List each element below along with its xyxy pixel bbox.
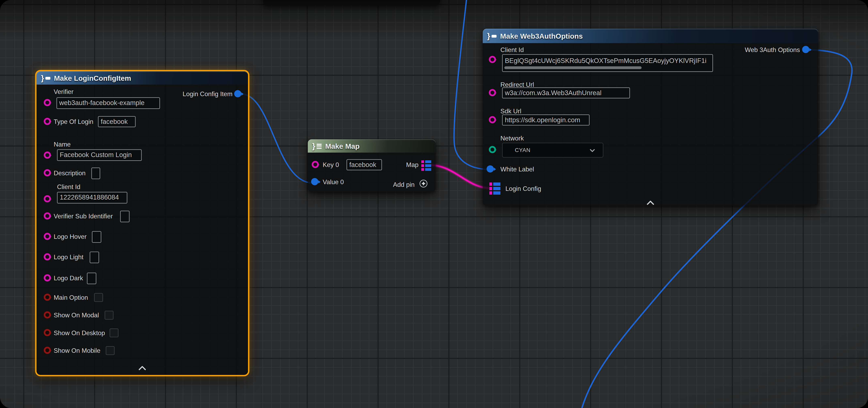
make-map-icon: } (312, 142, 315, 150)
name-label: Name (54, 141, 71, 148)
web3auth-options-out-label: Web 3Auth Options (745, 46, 800, 53)
description-pin[interactable] (44, 169, 51, 176)
login-config-item-out-label: Login Config Item (183, 91, 232, 97)
show-on-mobile-checkbox[interactable] (106, 346, 115, 355)
network-dropdown-value: CYAN (515, 147, 530, 153)
description-label: Description (54, 170, 86, 176)
show-on-desktop-checkbox[interactable] (110, 329, 119, 337)
node3-titlebar[interactable]: } Make Web3AuthOptions (483, 29, 818, 43)
verifier-input[interactable]: web3auth-facebook-example (57, 97, 160, 109)
node-make-map[interactable]: } Make Map Key 0 facebook Map Value 0 Ad… (308, 139, 436, 192)
n3-client-id-label: Client Id (500, 46, 524, 53)
client-id-input[interactable]: 1222658941886084 (57, 192, 127, 203)
chevron-down-icon (590, 148, 595, 152)
key0-label: Key 0 (323, 162, 339, 168)
main-option-label: Main Option (54, 294, 88, 301)
map-out-pin[interactable] (421, 160, 431, 171)
make-struct-icon-dot (492, 35, 497, 37)
node3-collapse-chevron-icon[interactable] (647, 197, 654, 202)
make-struct-icon: } (487, 32, 490, 40)
sdk-url-label: Sdk Url (500, 108, 521, 114)
logo-dark-label: Logo Dark (54, 275, 83, 281)
network-pin[interactable] (489, 146, 496, 153)
client-id-label: Client Id (57, 183, 80, 190)
add-pin-label[interactable]: Add pin (393, 181, 415, 188)
logo-hover-label: Logo Hover (54, 233, 87, 240)
verifier-sub-identifier-pin[interactable] (44, 212, 51, 219)
type-of-login-input[interactable]: facebook (98, 116, 136, 127)
white-label-pin[interactable] (487, 165, 494, 173)
logo-hover-pin[interactable] (44, 233, 51, 240)
add-pin-icon[interactable] (420, 180, 427, 188)
show-on-desktop-pin[interactable] (44, 329, 51, 336)
login-config-label: Login Config (505, 185, 541, 192)
network-label: Network (500, 135, 524, 142)
key0-input[interactable]: facebook (346, 159, 382, 170)
web3auth-options-out-pin[interactable] (802, 46, 809, 53)
verifier-pin[interactable] (44, 99, 51, 106)
redirect-url-input[interactable]: w3a://com.w3a.Web3AuthUnreal (502, 88, 630, 99)
node3-title: Make Web3AuthOptions (500, 32, 583, 40)
value0-label: Value 0 (323, 178, 344, 185)
verifier-label: Verifier (54, 89, 73, 95)
show-on-modal-checkbox[interactable] (104, 311, 114, 319)
redirect-url-pin[interactable] (489, 89, 496, 96)
show-on-mobile-label: Show On Mobile (54, 347, 100, 354)
main-option-pin[interactable] (44, 294, 51, 301)
logo-light-pin[interactable] (44, 253, 51, 261)
make-map-icon-lines (317, 143, 322, 148)
sdk-url-pin[interactable] (489, 116, 496, 124)
logo-light-label: Logo Light (54, 254, 84, 261)
n3-client-id-input[interactable]: BEglQSgt4cUWcj6SKRdu5QkOXTsePmMcusG5EAoy… (502, 54, 713, 72)
client-id-pin[interactable] (44, 195, 51, 202)
type-of-login-pin[interactable] (44, 118, 51, 125)
blueprint-canvas: } Make LoginConfigItem Verifier web3auth… (0, 0, 868, 408)
node-make-web3authoptions[interactable]: } Make Web3AuthOptions Client Id Web 3Au… (483, 29, 818, 206)
verifier-sub-identifier-input[interactable] (120, 211, 129, 222)
name-input[interactable]: Facebook Custom Login (57, 149, 142, 161)
network-dropdown[interactable]: CYAN (502, 143, 603, 158)
make-struct-icon: } (41, 74, 44, 82)
name-pin[interactable] (44, 151, 51, 159)
white-label-label: White Label (500, 166, 534, 173)
type-of-login-label: Type Of Login (54, 118, 93, 125)
logo-dark-input[interactable] (87, 273, 96, 284)
logo-light-input[interactable] (90, 251, 99, 263)
sdk-url-input[interactable]: https://sdk.openlogin.com (502, 114, 590, 126)
node1-titlebar[interactable]: } Make LoginConfigItem (36, 71, 248, 84)
n3-client-id-text: BEglQSgt4cUWcj6SKRdu5QkOXTsePmMcusG5EAoy… (505, 57, 707, 65)
show-on-modal-label: Show On Modal (54, 312, 99, 318)
node-make-loginconfigitem[interactable]: } Make LoginConfigItem Verifier web3auth… (36, 71, 248, 375)
show-on-modal-pin[interactable] (44, 311, 51, 318)
make-struct-icon-dot (45, 76, 51, 79)
wire-loginconfigitem-to-value0[interactable] (242, 94, 313, 183)
login-config-pin[interactable] (489, 182, 500, 195)
graph-frame: } Make LoginConfigItem Verifier web3auth… (0, 0, 868, 408)
redirect-url-label: Redirect Url (500, 81, 534, 88)
node2-title: Make Map (325, 142, 360, 150)
value0-pin[interactable] (311, 178, 318, 185)
verifier-sub-identifier-label: Verifier Sub Identifier (54, 213, 113, 219)
logo-dark-pin[interactable] (44, 274, 51, 281)
logo-hover-input[interactable] (92, 231, 101, 243)
n3-client-id-pin[interactable] (489, 56, 496, 63)
show-on-mobile-pin[interactable] (44, 347, 51, 354)
node2-titlebar[interactable]: } Make Map (308, 139, 436, 153)
description-input[interactable] (91, 168, 100, 179)
show-on-desktop-label: Show On Desktop (54, 330, 105, 336)
node1-collapse-chevron-icon[interactable] (138, 363, 146, 367)
main-option-checkbox[interactable] (94, 293, 103, 302)
login-config-item-out-pin[interactable] (234, 90, 242, 97)
map-out-label: Map (406, 162, 418, 168)
key0-pin[interactable] (312, 161, 319, 168)
node1-title: Make LoginConfigItem (54, 74, 131, 82)
n3-client-id-scrollbar[interactable] (504, 66, 642, 69)
